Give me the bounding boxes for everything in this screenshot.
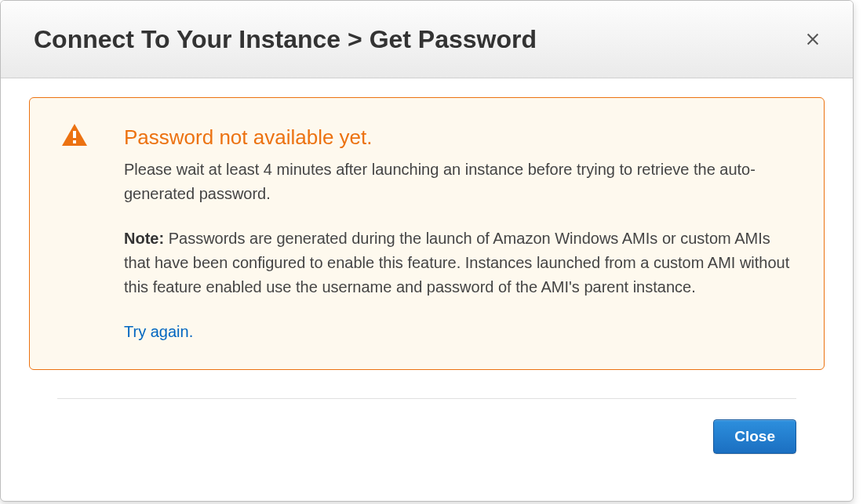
- note-text: Passwords are generated during the launc…: [124, 230, 789, 296]
- try-again-link[interactable]: Try again.: [124, 323, 193, 340]
- close-button[interactable]: Close: [713, 419, 796, 454]
- dialog-footer: Close: [57, 398, 796, 454]
- dialog-title: Connect To Your Instance > Get Password: [34, 25, 537, 54]
- warning-triangle-icon: [61, 123, 88, 150]
- dialog: Connect To Your Instance > Get Password …: [0, 0, 854, 502]
- svg-rect-1: [73, 140, 76, 143]
- dialog-header: Connect To Your Instance > Get Password: [1, 1, 853, 78]
- alert-note: Note: Passwords are generated during the…: [124, 227, 792, 299]
- svg-rect-0: [73, 131, 76, 138]
- note-label: Note:: [124, 230, 164, 247]
- alert-warning: Password not available yet. Please wait …: [29, 97, 825, 370]
- alert-title: Password not available yet.: [124, 121, 792, 153]
- dialog-body: Password not available yet. Please wait …: [1, 78, 853, 501]
- alert-message: Please wait at least 4 minutes after lau…: [124, 158, 792, 206]
- alert-content: Password not available yet. Please wait …: [124, 121, 792, 344]
- close-icon[interactable]: [801, 27, 825, 51]
